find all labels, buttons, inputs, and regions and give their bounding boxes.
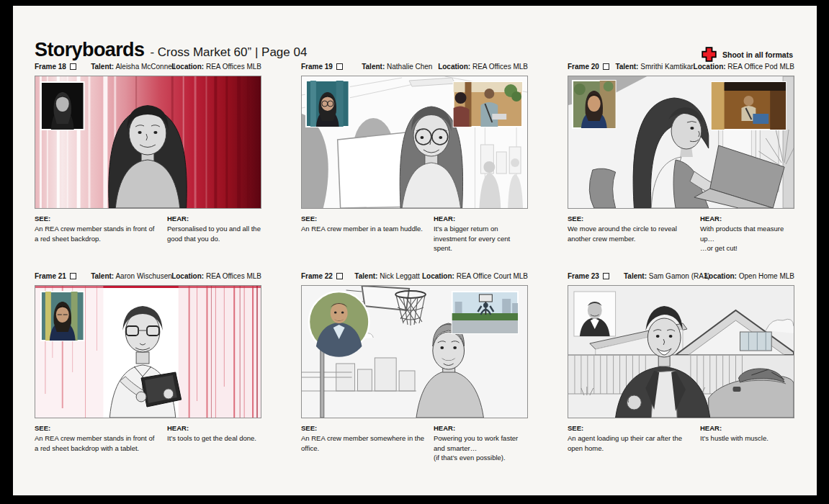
frame-talent: Talent: Nick Leggatt (354, 272, 422, 280)
red-cross-icon (701, 46, 717, 63)
location-label: Location: (171, 272, 204, 280)
storyboard-page: Storyboards - Cross Market 60” | Page 04… (13, 6, 817, 495)
talent-label: Talent: (91, 63, 114, 71)
page-title: Storyboards (35, 39, 144, 61)
location-label: Location: (438, 63, 470, 71)
see-text: We move around the circle to reveal anot… (568, 225, 677, 243)
hear-label: HEAR: (434, 423, 528, 433)
storyboard-image (568, 76, 794, 209)
scene-photo-inset (452, 292, 518, 333)
frame-checkbox[interactable] (70, 273, 76, 279)
frame-notes: SEE: We move around the circle to reveal… (568, 214, 794, 253)
frame-talent: Talent: Aleisha McConnell (91, 63, 171, 71)
location-value: Open Home MLB (739, 272, 794, 280)
location-value: REA Offices MLB (472, 63, 528, 71)
location-label: Location: (422, 272, 454, 280)
see-text: An REA crew member stands in front of a … (35, 434, 154, 452)
location-label: Location: (704, 272, 737, 280)
frame-notes: SEE: An REA crew member stands in front … (35, 423, 261, 453)
frames-grid: Frame 18 Talent: Aleisha McConnell Locat… (35, 61, 794, 463)
frame-card-18: Frame 18 Talent: Aleisha McConnell Locat… (35, 61, 261, 253)
frame-checkbox[interactable] (603, 273, 609, 279)
hear-text: It’s tools to get the deal done. (167, 434, 256, 442)
location-value: REA Office Pod MLB (727, 63, 794, 71)
see-text: An REA crew member in a team huddle. (301, 225, 423, 233)
see-label: SEE: (568, 423, 691, 433)
frame-number: Frame 23 (568, 272, 624, 280)
talent-value: Aaron Wischusen (115, 272, 171, 280)
frame-checkbox[interactable] (70, 63, 76, 70)
frame-talent: Talent: Smrithi Kamtikar (615, 63, 693, 71)
frame-number-label: Frame 20 (568, 63, 599, 71)
scene-photo-inset (712, 82, 786, 130)
frame-location: Location: REA Office Pod MLB (694, 63, 794, 71)
see-label: SEE: (301, 423, 425, 433)
hear-text: Powering you to work faster and smarter…… (434, 434, 518, 462)
hear-label: HEAR: (167, 423, 261, 433)
frame-number-label: Frame 21 (35, 272, 66, 280)
frame-location: Location: REA Offices MLB (171, 272, 261, 280)
frame-card-22: Frame 22 Talent: Nick Leggatt Location: … (301, 271, 528, 463)
talent-photo-inset (41, 82, 84, 130)
location-label: Location: (694, 63, 726, 71)
frame-talent: Talent: Aaron Wischusen (91, 272, 171, 280)
frame-header: Frame 23 Talent: Sam Gamon (RA3) Locatio… (568, 271, 794, 281)
hear-text: Personalised to you and all the good tha… (167, 225, 261, 243)
frame-talent: Talent: Sam Gamon (RA3) (624, 272, 704, 280)
format-badge-label: Shoot in all formats (722, 50, 793, 59)
frame-location: Location: REA Offices MLB (171, 63, 261, 71)
frame-19-illustration (302, 76, 527, 208)
page-header: Storyboards - Cross Market 60” | Page 04 (35, 39, 307, 61)
see-label: SEE: (35, 214, 158, 224)
hear-text: With products that measure up… …or get c… (700, 225, 784, 253)
frame-header: Frame 19 Talent: Nathalie Chen Location:… (301, 61, 528, 71)
frame-notes: SEE: An REA crew member somewhere in the… (301, 423, 528, 463)
see-text: An REA crew member somewhere in the offi… (301, 434, 424, 452)
frame-notes: SEE: An REA crew member in a team huddle… (301, 214, 528, 253)
talent-photo-inset (573, 81, 616, 128)
frame-number: Frame 20 (568, 63, 615, 71)
storyboard-image (35, 285, 261, 418)
hear-label: HEAR: (700, 214, 794, 224)
frame-notes: SEE: An agent loading up their car after… (568, 423, 794, 453)
frame-number-label: Frame 22 (301, 272, 333, 280)
talent-photo-inset (41, 292, 84, 341)
storyboard-image (568, 285, 794, 418)
talent-label: Talent: (354, 272, 377, 280)
hear-label: HEAR: (700, 423, 794, 433)
frame-location: Location: REA Offices MLB (438, 63, 528, 71)
frame-card-21: Frame 21 Talent: Aaron Wischusen Locatio… (35, 271, 261, 463)
frame-checkbox[interactable] (336, 63, 343, 70)
scene-photo-inset (454, 82, 522, 127)
talent-photo-inset (306, 81, 349, 127)
talent-label: Talent: (624, 272, 647, 280)
talent-label: Talent: (362, 63, 385, 71)
location-value: REA Office Court MLB (457, 272, 528, 280)
frame-number: Frame 21 (35, 272, 91, 280)
talent-photo-inset (309, 292, 369, 357)
frame-checkbox[interactable] (603, 63, 609, 70)
frame-header: Frame 22 Talent: Nick Leggatt Location: … (301, 271, 528, 281)
frame-talent: Talent: Nathalie Chen (362, 63, 438, 71)
location-value: REA Offices MLB (206, 272, 261, 280)
talent-value: Aleisha McConnell (115, 63, 175, 71)
frame-location: Location: Open Home MLB (704, 272, 794, 280)
talent-value: Sam Gamon (RA3) (649, 272, 710, 280)
frame-card-19: Frame 19 Talent: Nathalie Chen Location:… (301, 61, 528, 253)
frame-location: Location: REA Office Court MLB (422, 272, 528, 280)
frame-header: Frame 21 Talent: Aaron Wischusen Locatio… (35, 271, 261, 281)
frame-card-23: Frame 23 Talent: Sam Gamon (RA3) Locatio… (568, 271, 794, 463)
frame-card-20: Frame 20 Talent: Smrithi Kamtikar Locati… (568, 61, 794, 253)
talent-value: Nathalie Chen (387, 63, 432, 71)
frame-number: Frame 19 (301, 63, 362, 71)
see-text: An REA crew member stands in front of a … (35, 225, 154, 243)
frame-checkbox[interactable] (336, 273, 343, 279)
storyboard-image (301, 285, 528, 418)
hear-text: It’s a bigger return on investment for e… (434, 225, 510, 253)
frame-20-illustration (568, 76, 794, 208)
see-label: SEE: (568, 214, 691, 224)
storyboard-image (301, 76, 528, 209)
talent-photo-inset (574, 292, 616, 336)
frame-18-illustration (35, 76, 261, 208)
frame-number: Frame 22 (301, 272, 354, 280)
